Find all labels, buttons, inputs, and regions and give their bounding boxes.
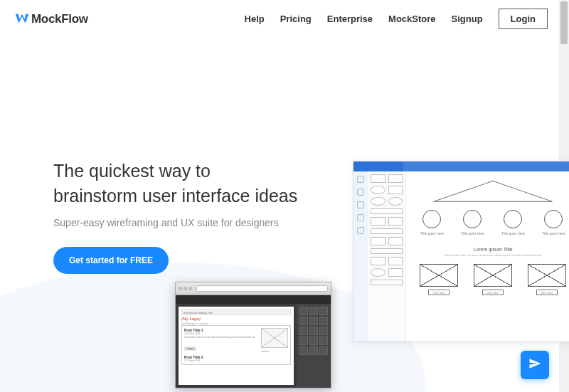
send-icon	[528, 357, 541, 373]
hero-subtitle: Super-easy wireframing and UX suite for …	[53, 217, 569, 228]
main-nav: Help Pricing Enterprise MockStore Signup…	[245, 9, 548, 29]
hero-title: The quickest way to brainstorm user inte…	[53, 159, 569, 208]
header: MockFlow Help Pricing Enterprise MockSto…	[0, 0, 569, 38]
login-button[interactable]: Login	[499, 9, 548, 29]
nav-enterprise[interactable]: Enterprise	[327, 14, 373, 24]
logo-text: MockFlow	[31, 12, 88, 26]
browser-mock: http://www.myblog.com (My Logo) short de…	[175, 282, 331, 388]
hero-title-line1: The quickest way to	[53, 161, 211, 181]
nav-pricing[interactable]: Pricing	[280, 14, 312, 24]
logo-icon	[14, 11, 30, 27]
chat-fab[interactable]	[521, 351, 549, 379]
hero-section: The quickest way to brainstorm user inte…	[0, 38, 569, 274]
logo[interactable]: MockFlow	[14, 11, 88, 27]
hero-title-line2: brainstorm user interface ideas	[53, 186, 297, 206]
nav-mockstore[interactable]: MockStore	[388, 14, 435, 24]
url-bar	[196, 285, 328, 292]
nav-help[interactable]: Help	[245, 14, 265, 24]
get-started-button[interactable]: Get started for FREE	[53, 247, 169, 274]
nav-signup[interactable]: Signup	[452, 14, 483, 24]
